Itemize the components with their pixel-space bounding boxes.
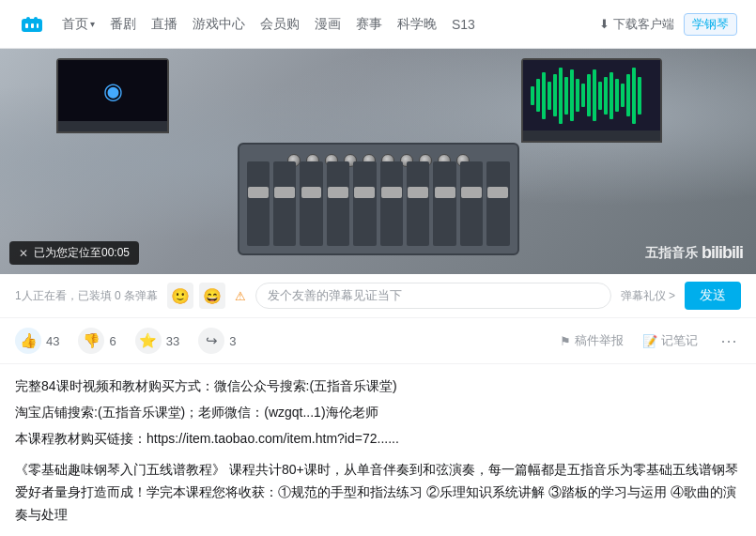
description: 完整84课时视频和教材购买方式：微信公众号搜索:(五指音乐课堂) 淘宝店铺搜索:… [0, 364, 756, 536]
video-visual [0, 49, 756, 274]
waveform-bar [536, 79, 540, 112]
fader-2 [273, 161, 296, 246]
nav-item-manga[interactable]: 漫画 [315, 16, 341, 33]
waveform-bar [542, 72, 546, 119]
laptop-left-screen [58, 60, 167, 121]
emoji-button-2[interactable]: 😄 [199, 283, 225, 309]
waveform-bar [621, 84, 625, 107]
nav-item-game[interactable]: 游戏中心 [193, 16, 245, 33]
dislike-button[interactable]: 👎 6 [78, 328, 116, 354]
waveform-bar [587, 74, 591, 116]
star-button[interactable]: ⭐ 33 [135, 328, 179, 354]
position-text: 已为您定位至00:05 [34, 245, 130, 261]
waveform-bar [632, 68, 636, 124]
waveform-bar [570, 69, 574, 121]
nav-item-home[interactable]: 首页 ▾ [62, 16, 95, 33]
like-icon: 👍 [15, 328, 41, 354]
action-bar: 👍 43 👎 6 ⭐ 33 ↪ 3 ⚑ 稿件举报 📝 记笔记 ⋯ [0, 318, 756, 364]
desc-line-2: 淘宝店铺搜索:(五指音乐课堂)；老师微信：(wzgqt...1)海伦老师 [15, 402, 741, 424]
note-icon: 📝 [642, 334, 657, 348]
comment-bar: 1人正在看，已装填 0 条弹幕 🙂 😄 ⚠ 发个友善的弹幕见证当下 弹幕礼仪 >… [0, 274, 756, 318]
fader-6 [380, 161, 403, 246]
emoji-buttons: 🙂 😄 [167, 283, 225, 309]
nav-item-science[interactable]: 科学晚 [397, 16, 437, 33]
comment-input[interactable]: 发个友善的弹幕见证当下 [255, 283, 611, 309]
position-toast: ✕ 已为您定位至00:05 [9, 241, 139, 265]
fader-7 [407, 161, 429, 246]
header: 首页 ▾ 番剧 直播 游戏中心 会员购 漫画 赛事 科学晚 S13 ⬇ 下 [0, 0, 756, 49]
note-button[interactable]: 📝 记笔记 [642, 332, 698, 349]
fader-9 [460, 161, 483, 246]
fader-4 [327, 161, 349, 246]
waveform-bar [609, 72, 613, 119]
download-icon: ⬇ [599, 17, 609, 31]
waveform-bar [593, 69, 596, 121]
waveform-bar [604, 77, 608, 115]
more-button[interactable]: ⋯ [717, 330, 741, 351]
nav-item-drama[interactable]: 番剧 [110, 16, 136, 33]
laptop-right [521, 58, 662, 143]
waveform-bar [553, 74, 557, 116]
search-tag[interactable]: 学钢琴 [684, 13, 737, 36]
like-count: 43 [46, 334, 59, 348]
waveform-bar [559, 68, 563, 124]
dislike-count: 6 [109, 334, 116, 348]
svg-rect-5 [37, 23, 39, 28]
nav-bar: 首页 ▾ 番剧 直播 游戏中心 会员购 漫画 赛事 科学晚 S13 [62, 16, 582, 33]
bili-logo-watermark: bilibili [702, 243, 743, 263]
fader-3 [300, 161, 322, 246]
desc-line-1: 完整84课时视频和教材购买方式：微信公众号搜索:(五指音乐课堂) [15, 375, 741, 398]
download-button[interactable]: ⬇ 下载客户端 [599, 16, 674, 33]
flag-icon: ⚑ [560, 334, 571, 348]
fader-10 [486, 161, 509, 246]
share-icon: ↪ [198, 328, 224, 354]
fader-8 [433, 161, 455, 246]
dislike-icon: 👎 [78, 328, 104, 354]
waveform-bar [564, 77, 568, 115]
course-desc: 《零基础趣味钢琴入门五线谱教程》 课程共计80+课时，从单音伴奏到和弦演奏，每一… [15, 459, 741, 526]
share-button[interactable]: ↪ 3 [198, 328, 236, 354]
nav-item-live[interactable]: 直播 [151, 16, 177, 33]
view-info: 1人正在看，已装填 0 条弹幕 [15, 288, 158, 304]
star-icon: ⭐ [135, 328, 162, 354]
svg-point-2 [34, 17, 38, 21]
gift-button[interactable]: 弹幕礼仪 > [621, 288, 675, 304]
desc-line-3: 本课程教材购买链接：https://item.taobao.com/item.h… [15, 428, 741, 451]
watermark: 五指音乐 bilibili [645, 243, 743, 263]
waveform-bar [548, 82, 551, 110]
nav-item-esports[interactable]: 赛事 [356, 16, 382, 33]
waveform-bar [576, 79, 579, 112]
waveform-bar [531, 86, 534, 105]
warn-icon: ⚠ [235, 289, 246, 303]
header-right: ⬇ 下载客户端 学钢琴 [599, 13, 737, 36]
waveform-bar [581, 84, 585, 107]
share-count: 3 [229, 334, 236, 348]
svg-rect-4 [31, 23, 34, 28]
nav-item-vip[interactable]: 会员购 [260, 16, 300, 33]
close-icon[interactable]: ✕ [19, 247, 28, 260]
star-count: 33 [166, 334, 179, 348]
waveform-bar [626, 74, 630, 116]
svg-rect-3 [25, 23, 28, 28]
mixer-body [238, 143, 519, 255]
nav-item-s13[interactable]: S13 [452, 17, 475, 32]
video-player[interactable]: ✕ 已为您定位至00:05 五指音乐 bilibili [0, 49, 756, 274]
waveform-bar [615, 79, 619, 112]
logo[interactable] [19, 11, 45, 38]
fader-1 [247, 161, 270, 246]
chevron-down-icon: ▾ [90, 19, 95, 29]
waveform-bar [638, 77, 641, 115]
waveform-bar [598, 82, 602, 110]
fader-5 [353, 161, 376, 246]
waveform-display [523, 60, 660, 130]
laptop-left [56, 58, 169, 133]
emoji-button-1[interactable]: 🙂 [167, 283, 193, 309]
svg-point-1 [26, 17, 30, 21]
report-button[interactable]: ⚑ 稿件举报 [560, 332, 624, 349]
send-button[interactable]: 发送 [685, 282, 741, 310]
comment-placeholder: 发个友善的弹幕见证当下 [268, 287, 402, 304]
laptop-right-screen [523, 60, 660, 130]
watermark-text: 五指音乐 [645, 245, 698, 262]
like-button[interactable]: 👍 43 [15, 328, 59, 354]
